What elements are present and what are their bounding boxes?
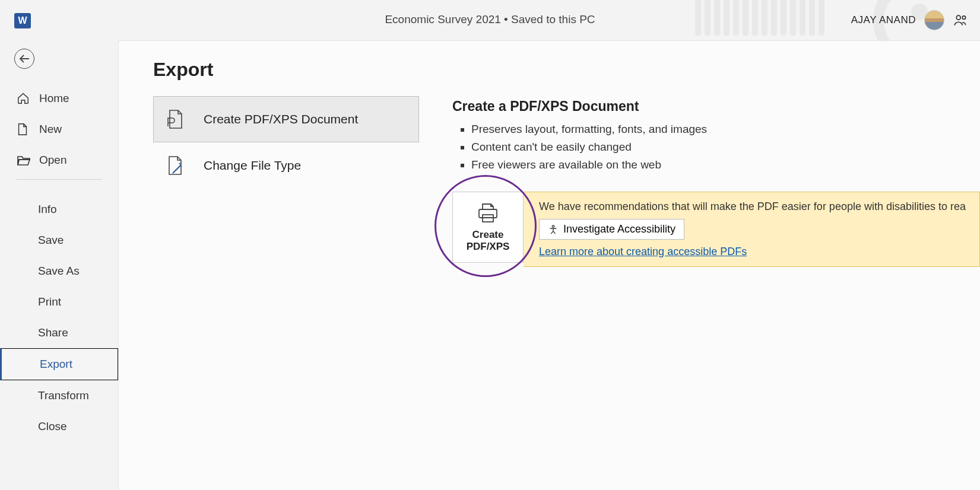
- document-title: Economic Survey 2021 • Saved to this PC: [385, 13, 595, 26]
- accessibility-tip-panel: We have recommendations that will make t…: [524, 192, 980, 267]
- option-label: Create PDF/XPS Document: [204, 112, 358, 126]
- user-name: AJAY ANAND: [851, 14, 916, 26]
- nav-label: Export: [40, 358, 72, 371]
- detail-bullets: Preserves layout, formatting, fonts, and…: [452, 123, 980, 171]
- nav-separator: [17, 179, 102, 180]
- create-pdf-xps-button[interactable]: Create PDF/XPS: [452, 192, 524, 263]
- nav-home[interactable]: Home: [0, 83, 118, 114]
- change-file-icon: [164, 154, 187, 177]
- option-change-file-type[interactable]: Change File Type: [153, 142, 419, 189]
- word-app-icon: W: [14, 13, 31, 28]
- nav-open[interactable]: Open: [0, 145, 118, 176]
- investigate-accessibility-button[interactable]: Investigate Accessibility: [539, 219, 684, 240]
- detail-bullet: Free viewers are available on the web: [471, 158, 980, 171]
- action-row: Create PDF/XPS We have recommendations t…: [452, 192, 980, 267]
- page-title: Export: [153, 59, 980, 81]
- detail-bullet: Content can't be easily changed: [471, 141, 980, 154]
- button-label-line1: Create: [467, 229, 510, 241]
- folder-open-icon: [17, 154, 31, 166]
- printer-icon: [476, 202, 500, 224]
- nav-primary: Home New Open: [0, 83, 118, 176]
- nav-info[interactable]: Info: [0, 194, 118, 225]
- nav-label: Transform: [38, 389, 89, 402]
- nav-share[interactable]: Share: [0, 317, 118, 348]
- svg-point-1: [962, 16, 965, 19]
- option-label: Change File Type: [204, 158, 301, 173]
- nav-transform[interactable]: Transform: [0, 380, 118, 411]
- back-button[interactable]: [14, 49, 34, 69]
- user-area: AJAY ANAND: [851, 0, 980, 40]
- nav-label: Share: [38, 326, 68, 339]
- learn-more-link[interactable]: Learn more about creating accessible PDF…: [539, 246, 969, 258]
- accessibility-icon: [548, 224, 559, 235]
- svg-rect-3: [483, 215, 493, 222]
- nav-label: Home: [39, 92, 69, 105]
- nav-export[interactable]: Export: [0, 348, 118, 380]
- new-doc-icon: [17, 123, 31, 136]
- svg-point-0: [956, 15, 960, 20]
- export-options-list: Create PDF/XPS Document Change File Type: [153, 96, 419, 267]
- nav-label: New: [39, 123, 62, 136]
- option-create-pdf-xps[interactable]: Create PDF/XPS Document: [153, 96, 419, 142]
- nav-label: Save: [38, 234, 64, 247]
- backstage-sidebar: Home New Open Info Save Save As Print Sh…: [0, 40, 118, 490]
- nav-label: Info: [38, 203, 57, 216]
- nav-close[interactable]: Close: [0, 411, 118, 442]
- main-content: Export Create PDF/XPS Document Change Fi…: [118, 40, 980, 490]
- pdf-doc-icon: [164, 108, 187, 131]
- detail-heading: Create a PDF/XPS Document: [452, 98, 980, 114]
- nav-label: Close: [38, 420, 67, 433]
- svg-rect-2: [479, 209, 497, 218]
- nav-save-as[interactable]: Save As: [0, 256, 118, 287]
- nav-secondary: Info Save Save As Print Share Export Tra…: [0, 194, 118, 442]
- nav-label: Open: [39, 154, 66, 167]
- comments-icon[interactable]: [953, 12, 968, 28]
- svg-point-4: [552, 225, 554, 227]
- tip-text: We have recommendations that will make t…: [539, 201, 969, 213]
- avatar[interactable]: [924, 10, 944, 30]
- nav-label: Save As: [38, 265, 80, 278]
- home-icon: [17, 92, 31, 105]
- nav-save[interactable]: Save: [0, 225, 118, 256]
- button-label-line2: PDF/XPS: [467, 241, 510, 253]
- export-detail: Create a PDF/XPS Document Preserves layo…: [452, 96, 980, 267]
- nav-label: Print: [38, 295, 61, 308]
- nav-print[interactable]: Print: [0, 287, 118, 317]
- title-bar: W Economic Survey 2021 • Saved to this P…: [0, 0, 980, 40]
- nav-new[interactable]: New: [0, 114, 118, 145]
- button-label: Investigate Accessibility: [563, 223, 675, 236]
- create-pdf-button-wrap: Create PDF/XPS: [452, 192, 524, 267]
- detail-bullet: Preserves layout, formatting, fonts, and…: [471, 123, 980, 136]
